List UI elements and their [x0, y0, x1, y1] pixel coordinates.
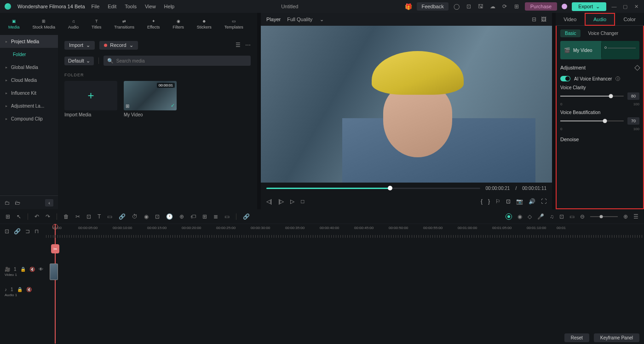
sidebar-item-compound-clip[interactable]: ▸Compound Clip	[0, 112, 58, 125]
mic-setting-icon[interactable]: ◉	[518, 213, 522, 220]
snap-icon[interactable]: ⊓	[34, 228, 39, 235]
quality-dropdown[interactable]: Full Quality⌄	[287, 17, 324, 23]
menu-edit[interactable]: Edit	[108, 4, 116, 9]
folder-add-icon[interactable]: 🗁	[15, 200, 20, 206]
menu-help[interactable]: Help	[164, 4, 175, 9]
step-back-button[interactable]: |▷	[278, 198, 284, 205]
tab-stock-media[interactable]: ⊞Stock Media	[33, 19, 56, 29]
track-icon[interactable]: ⊡	[5, 228, 9, 235]
slider-thumb[interactable]	[603, 119, 607, 123]
sort-dropdown[interactable]: Default⌄	[64, 57, 94, 65]
sidebar-item-influence-kit[interactable]: ▸Influence Kit	[0, 86, 58, 99]
undo-icon[interactable]: ↶	[34, 213, 39, 220]
menu-tools[interactable]: Tools	[125, 4, 137, 9]
voice-clarity-value[interactable]: 80	[627, 92, 639, 100]
zoom-slider[interactable]	[590, 216, 618, 217]
sidebar-item-folder[interactable]: Folder	[0, 48, 58, 61]
record-button[interactable]: Record⌄	[99, 41, 138, 50]
prev-frame-button[interactable]: ◁|	[266, 198, 272, 205]
stop-button[interactable]: □	[301, 198, 304, 205]
gift-icon[interactable]: 🎁	[405, 3, 412, 10]
crop-icon[interactable]: ⊡	[86, 213, 91, 220]
link-icon[interactable]: 🔗	[119, 213, 126, 220]
brace-right-icon[interactable]: }	[488, 198, 490, 205]
close-icon[interactable]: ✕	[633, 4, 639, 10]
progress-thumb[interactable]	[388, 186, 392, 190]
sidebar-item-adjustment-layer[interactable]: ▸Adjustment La...	[0, 99, 58, 112]
tab-effects[interactable]: ✦Effects	[147, 19, 160, 29]
video-track[interactable]: 🎥1🔒🔇👁 Video 1	[0, 262, 644, 282]
layers-icon[interactable]: ≣	[213, 213, 218, 220]
tab-titles[interactable]: TTitles	[92, 19, 101, 29]
tab-filters[interactable]: ◉Filters	[172, 19, 184, 29]
folder-icon[interactable]: 🗀	[5, 200, 10, 206]
tab-templates[interactable]: ▭Templates	[224, 19, 243, 29]
zoom-in-icon[interactable]: ⊕	[623, 213, 628, 220]
eye-icon[interactable]: 👁	[39, 267, 43, 272]
compare-icon[interactable]: ⊟	[532, 16, 536, 23]
adjustment-header[interactable]: Adjustment	[560, 63, 639, 72]
import-tile[interactable]: + Import Media	[64, 81, 117, 117]
cloud-icon[interactable]: ☁	[489, 3, 496, 10]
redo-icon[interactable]: ↷	[46, 213, 50, 220]
render-icon[interactable]: ▭	[224, 213, 230, 220]
slider-thumb[interactable]	[609, 94, 613, 98]
volume-knob[interactable]	[604, 46, 607, 49]
color-icon[interactable]: ◉	[144, 213, 149, 220]
reset-button[interactable]: Reset	[564, 333, 589, 342]
text-icon[interactable]: T	[98, 213, 101, 220]
collapse-icon[interactable]: ‹	[45, 199, 53, 206]
mic-icon[interactable]: 🎤	[537, 213, 544, 220]
camera-icon[interactable]: 📷	[516, 198, 523, 205]
sidebar-item-cloud-media[interactable]: ▸Cloud Media	[0, 74, 58, 86]
clock-icon[interactable]: 🕐	[166, 213, 173, 220]
save-icon[interactable]: 🖫	[477, 3, 484, 10]
export-button[interactable]: Export⌄	[572, 2, 606, 11]
grid-icon[interactable]: ⊞	[6, 213, 10, 220]
minimize-icon[interactable]: —	[611, 4, 617, 9]
denoise-header[interactable]: Denoise	[560, 135, 639, 144]
chain-icon[interactable]: 🔗	[243, 213, 250, 220]
lock-icon[interactable]: 🔒	[20, 267, 26, 272]
sync-icon[interactable]: ⟳	[501, 3, 508, 10]
tab-color[interactable]: Color	[615, 14, 644, 25]
link2-icon[interactable]: 🔗	[14, 228, 21, 235]
sidebar-item-project-media[interactable]: ▸Project Media	[0, 35, 58, 48]
marker2-icon[interactable]: ◇	[528, 213, 532, 220]
search-field[interactable]	[116, 58, 247, 63]
import-button[interactable]: Import⌄	[64, 41, 95, 50]
shape-icon[interactable]: ▭	[107, 213, 112, 220]
ai-voice-enhancer-toggle[interactable]: AI Voice Enhancer i	[560, 76, 639, 81]
tab-video[interactable]: Video	[556, 14, 585, 25]
purchase-button[interactable]: Purchase	[525, 2, 557, 11]
play-button[interactable]: ▷	[290, 198, 294, 205]
subtab-voice-changer[interactable]: Voice Changer	[583, 29, 623, 37]
display-icon[interactable]: ⊡	[506, 198, 511, 205]
video-tile[interactable]: 00:00:01 ⊞ ✓ My Video	[124, 81, 177, 117]
menu-file[interactable]: File	[92, 4, 100, 9]
info-icon[interactable]: i	[615, 76, 620, 81]
keyframe-panel-button[interactable]: Keyframe Panel	[594, 333, 639, 342]
brace-left-icon[interactable]: {	[481, 198, 483, 205]
fullscreen-icon[interactable]: ⛶	[541, 198, 546, 205]
screen-icon[interactable]: ⊡	[465, 3, 472, 10]
tab-audio[interactable]: Audio	[585, 13, 615, 26]
tab-stickers[interactable]: ☻Stickers	[197, 19, 212, 29]
speed-icon[interactable]: ⏱	[132, 213, 138, 220]
zoom-thumb[interactable]	[600, 215, 603, 218]
voice-clarity-slider[interactable]	[560, 96, 624, 97]
cut-icon[interactable]: ✂	[75, 213, 80, 220]
tag-icon[interactable]: 🏷	[190, 213, 196, 220]
video-preview[interactable]	[261, 26, 552, 183]
mute-icon[interactable]: 🔇	[29, 267, 35, 272]
lock-icon[interactable]: 🔒	[17, 287, 23, 292]
mute-icon[interactable]: 🔇	[26, 287, 32, 292]
voice-beautification-slider[interactable]	[560, 120, 624, 121]
snapshot-icon[interactable]: 🖼	[541, 16, 546, 23]
audio-track[interactable]: ♪1🔒🔇 Audio 1	[0, 282, 644, 302]
tab-transitions[interactable]: ⇄Transitions	[114, 19, 134, 29]
more-icon[interactable]: ⋯	[245, 42, 251, 48]
adjust-icon[interactable]: ⊡	[155, 213, 160, 220]
menu-view[interactable]: View	[145, 4, 156, 9]
screen2-icon[interactable]: ⊡	[559, 213, 564, 220]
